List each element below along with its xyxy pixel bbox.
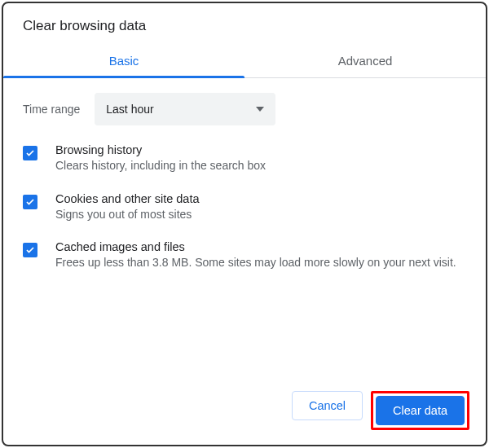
checkbox-browsing-history[interactable] bbox=[23, 146, 37, 160]
time-range-value: Last hour bbox=[106, 103, 153, 116]
chevron-down-icon bbox=[256, 107, 264, 112]
option-desc: Frees up less than 3.8 MB. Some sites ma… bbox=[55, 255, 466, 271]
clear-browsing-data-dialog: Clear browsing data Basic Advanced Time … bbox=[2, 2, 487, 446]
checkbox-cache[interactable] bbox=[23, 243, 37, 257]
dialog-content: Time range Last hour Browsing history Cl… bbox=[3, 78, 486, 380]
button-label: Cancel bbox=[309, 399, 346, 412]
option-text: Cached images and files Frees up less th… bbox=[55, 240, 466, 271]
option-cache: Cached images and files Frees up less th… bbox=[23, 240, 466, 271]
option-title: Cached images and files bbox=[55, 240, 466, 253]
option-text: Browsing history Clears history, includi… bbox=[55, 143, 466, 174]
option-text: Cookies and other site data Signs you ou… bbox=[55, 192, 466, 223]
option-desc: Signs you out of most sites bbox=[55, 207, 466, 223]
clear-data-button[interactable]: Clear data bbox=[376, 396, 465, 425]
button-label: Clear data bbox=[393, 404, 447, 417]
dialog-title: Clear browsing data bbox=[3, 3, 486, 46]
check-icon bbox=[25, 245, 35, 255]
checkbox-cookies[interactable] bbox=[23, 195, 37, 209]
check-icon bbox=[25, 148, 35, 158]
option-title: Cookies and other site data bbox=[55, 192, 466, 205]
check-icon bbox=[25, 197, 35, 207]
tab-label: Advanced bbox=[338, 54, 393, 68]
time-range-select[interactable]: Last hour bbox=[95, 93, 275, 125]
option-desc: Clears history, including in the search … bbox=[55, 158, 466, 174]
tabs: Basic Advanced bbox=[3, 46, 486, 78]
option-title: Browsing history bbox=[55, 143, 466, 156]
option-browsing-history: Browsing history Clears history, includi… bbox=[23, 143, 466, 174]
time-range-label: Time range bbox=[23, 103, 80, 116]
cancel-button[interactable]: Cancel bbox=[292, 391, 363, 420]
option-cookies: Cookies and other site data Signs you ou… bbox=[23, 192, 466, 223]
tab-basic[interactable]: Basic bbox=[3, 46, 244, 77]
tab-label: Basic bbox=[109, 54, 139, 68]
dialog-footer: Cancel Clear data bbox=[3, 380, 486, 445]
tab-advanced[interactable]: Advanced bbox=[244, 46, 486, 77]
highlight-annotation: Clear data bbox=[371, 391, 469, 430]
time-range-row: Time range Last hour bbox=[23, 93, 466, 125]
